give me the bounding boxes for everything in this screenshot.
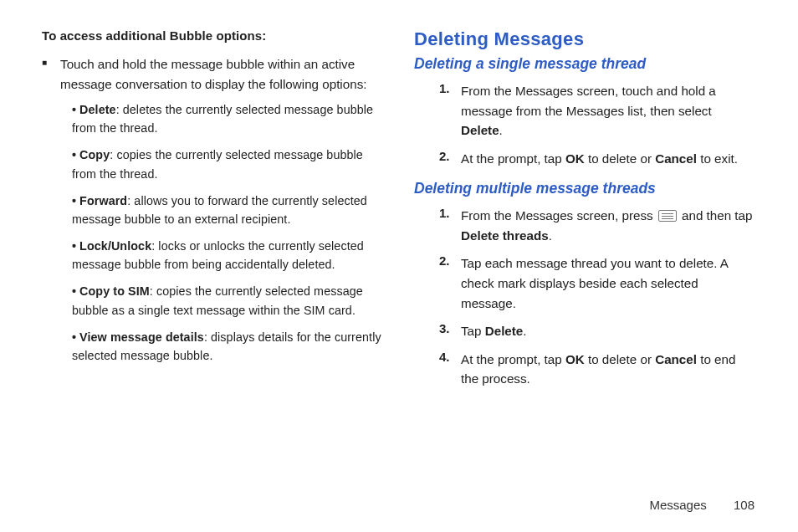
menu-icon [658, 210, 677, 222]
step-number: 1. [439, 81, 461, 141]
step-number: 3. [439, 321, 461, 341]
bubble-options-heading: To access additional Bubble options: [42, 28, 384, 43]
step-4: 4. At the prompt, tap OK to delete or Ca… [439, 350, 756, 389]
step-text: Tap each message thread you want to dele… [461, 253, 756, 313]
single-thread-heading: Deleting a single message thread [414, 55, 756, 73]
left-column: To access additional Bubble options: ■ T… [37, 28, 399, 515]
single-steps: 1. From the Messages screen, touch and h… [439, 81, 756, 168]
intro-text: Touch and hold the message bubble within… [60, 54, 384, 94]
options-list: •Delete: deletes the currently selected … [72, 100, 384, 365]
step-number: 1. [439, 206, 461, 245]
step-number: 4. [439, 350, 461, 389]
step-text: From the Messages screen, touch and hold… [461, 81, 756, 141]
step-1: 1. From the Messages screen, press and t… [439, 206, 756, 245]
multi-thread-heading: Deleting multiple message threads [414, 180, 756, 197]
option-copy: •Copy: copies the currently selected mes… [72, 146, 384, 182]
multi-steps: 1. From the Messages screen, press and t… [439, 206, 756, 389]
step-1: 1. From the Messages screen, touch and h… [439, 81, 756, 141]
step-number: 2. [439, 149, 461, 169]
single-thread-block: Deleting a single message thread 1. From… [414, 55, 756, 168]
option-lock: •Lock/Unlock: locks or unlocks the curre… [72, 237, 384, 274]
option-copy-sim: •Copy to SIM: copies the currently selec… [72, 282, 384, 319]
footer-section: Messages [649, 498, 706, 512]
option-view-details: •View message details: displays details … [72, 328, 384, 365]
step-2: 2. At the prompt, tap OK to delete or Ca… [439, 149, 756, 169]
option-delete: •Delete: deletes the currently selected … [72, 100, 384, 137]
intro-bullet: ■ Touch and hold the message bubble with… [42, 54, 384, 94]
step-text: Tap Delete. [461, 321, 527, 341]
step-number: 2. [439, 253, 461, 313]
document-page: To access additional Bubble options: ■ T… [0, 0, 798, 532]
step-text: At the prompt, tap OK to delete or Cance… [461, 350, 756, 389]
step-text: At the prompt, tap OK to delete or Cance… [461, 149, 738, 169]
page-number: 108 [734, 498, 755, 512]
step-text: From the Messages screen, press and then… [461, 206, 756, 245]
step-3: 3. Tap Delete. [439, 321, 756, 341]
step-2: 2. Tap each message thread you want to d… [439, 253, 756, 313]
right-column: Deleting Messages Deleting a single mess… [399, 28, 761, 515]
square-bullet-icon: ■ [42, 58, 47, 94]
section-heading: Deleting Messages [414, 28, 756, 50]
option-forward: •Forward: allows you to forward the curr… [72, 192, 384, 228]
page-footer: Messages 108 [649, 498, 755, 512]
multi-thread-block: Deleting multiple message threads 1. Fro… [414, 180, 756, 389]
